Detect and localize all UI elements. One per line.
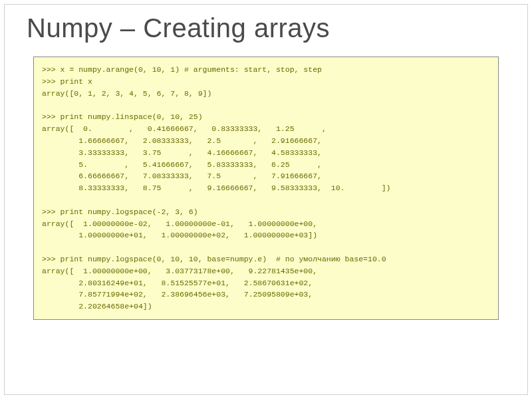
slide-frame [4,4,528,395]
